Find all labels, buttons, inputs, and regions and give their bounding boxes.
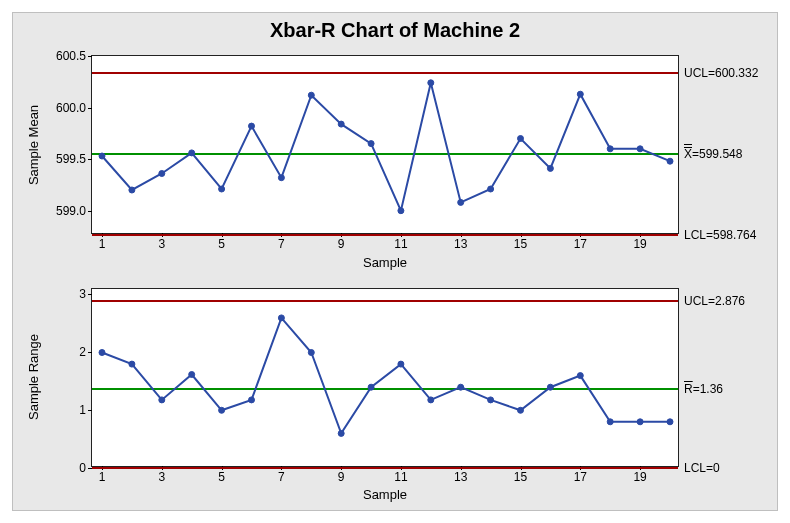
data-point (338, 121, 344, 127)
data-point (637, 146, 643, 152)
data-point (368, 384, 374, 390)
limit-label-ucl: UCL=2.876 (678, 294, 745, 308)
limit-label-cl: R=1.36 (678, 382, 723, 396)
data-point (398, 361, 404, 367)
data-series (92, 56, 680, 235)
data-point (607, 146, 613, 152)
data-point (547, 165, 553, 171)
data-point (129, 187, 135, 193)
data-point (338, 430, 344, 436)
data-point (219, 407, 225, 413)
range-xlabel: Sample (363, 487, 407, 502)
data-point (607, 418, 613, 424)
data-series (92, 289, 680, 468)
ytick-label: 599.0 (56, 204, 92, 218)
data-point (308, 92, 314, 98)
data-point (189, 371, 195, 377)
data-point (398, 208, 404, 214)
ytick-label: 599.5 (56, 152, 92, 166)
data-point (667, 158, 673, 164)
data-point (278, 314, 284, 320)
data-point (488, 396, 494, 402)
data-point (249, 123, 255, 129)
range-plot-area: 0123135791113151719UCL=2.876R=1.36LCL=0 (91, 288, 679, 467)
data-point (667, 418, 673, 424)
xbar-xlabel: Sample (363, 255, 407, 270)
data-point (428, 80, 434, 86)
data-point (368, 141, 374, 147)
limit-label-lcl: LCL=0 (678, 461, 720, 475)
range-chart: 0123135791113151719UCL=2.876R=1.36LCL=0 … (21, 282, 769, 503)
data-point (99, 153, 105, 159)
data-point (159, 396, 165, 402)
chart-title: Xbar-R Chart of Machine 2 (21, 19, 769, 42)
limit-label-lcl: LCL=598.764 (678, 228, 756, 242)
data-point (577, 91, 583, 97)
data-point (458, 384, 464, 390)
data-point (577, 372, 583, 378)
data-point (189, 150, 195, 156)
data-point (547, 384, 553, 390)
range-plot-frame: 0123135791113151719UCL=2.876R=1.36LCL=0 (91, 288, 679, 467)
data-point (278, 175, 284, 181)
data-point (488, 186, 494, 192)
data-point (308, 349, 314, 355)
xbar-ylabel: Sample Mean (26, 104, 41, 184)
data-point (428, 396, 434, 402)
ytick-label: 600.5 (56, 49, 92, 63)
range-ylabel: Sample Range (26, 334, 41, 420)
xbar-plot-area: 599.0599.5600.0600.5135791113151719UCL=6… (91, 55, 679, 234)
ytick-label: 600.0 (56, 101, 92, 115)
data-point (518, 407, 524, 413)
data-point (458, 199, 464, 205)
charts-container: 599.0599.5600.0600.5135791113151719UCL=6… (21, 49, 769, 502)
data-point (159, 171, 165, 177)
xbar-plot-frame: 599.0599.5600.0600.5135791113151719UCL=6… (91, 55, 679, 234)
chart-panel: Xbar-R Chart of Machine 2 599.0599.5600.… (12, 12, 778, 511)
limit-label-cl: X=599.548 (678, 147, 742, 161)
data-point (99, 349, 105, 355)
data-point (249, 396, 255, 402)
xbar-chart: 599.0599.5600.0600.5135791113151719UCL=6… (21, 49, 769, 270)
data-point (219, 186, 225, 192)
data-point (518, 136, 524, 142)
data-point (637, 418, 643, 424)
data-point (129, 361, 135, 367)
limit-label-ucl: UCL=600.332 (678, 66, 758, 80)
